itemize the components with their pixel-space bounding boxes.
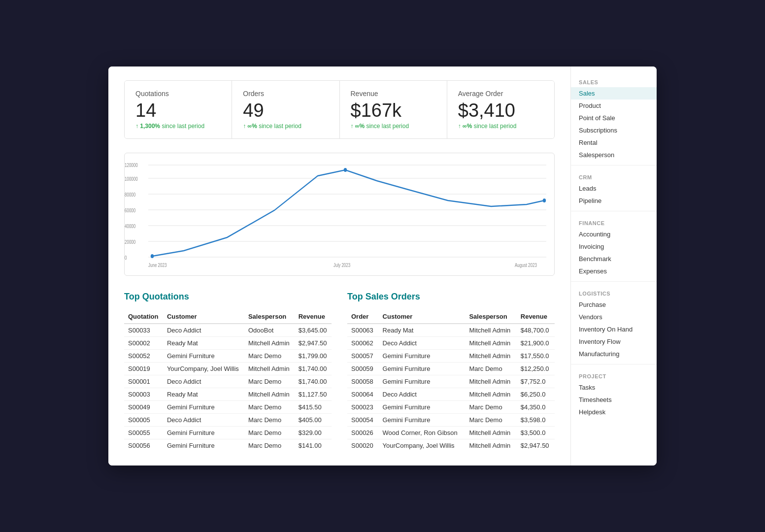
tq-cell-6-0[interactable]: S00049	[124, 401, 163, 414]
tso-cell-2-2: Mitchell Admin	[465, 350, 516, 363]
chart-dot-start	[151, 254, 154, 258]
sidebar-group-label-4: PROJECT	[571, 368, 657, 381]
top-sales-orders-header: OrderCustomerSalespersonRevenue	[347, 310, 555, 324]
tso-cell-7-1: Gemini Furniture	[379, 414, 466, 427]
top-sales-orders-title: Top Sales Orders	[347, 292, 555, 302]
tq-cell-1-1: Ready Mat	[163, 337, 244, 350]
sidebar-item-product[interactable]: Product	[571, 100, 657, 112]
table-row: S00052Gemini FurnitureMarc Demo$1,799.00	[124, 350, 332, 363]
tq-cell-0-3: $3,645.00	[295, 324, 332, 337]
top-quotations-header-row: QuotationCustomerSalespersonRevenue	[124, 310, 332, 324]
sidebar-divider-0	[571, 165, 657, 166]
tq-cell-8-0[interactable]: S00055	[124, 427, 163, 439]
tq-cell-7-3: $405.00	[295, 414, 332, 427]
tq-col-3: Revenue	[295, 310, 332, 324]
stat-value-3: $3,410	[458, 100, 543, 121]
tso-cell-4-0[interactable]: S00058	[347, 375, 379, 388]
tq-cell-5-1: Ready Mat	[163, 388, 244, 401]
tq-cell-1-0[interactable]: S00002	[124, 337, 163, 350]
x-label-august: August 2023	[515, 263, 537, 268]
sidebar-group-label-1: CRM	[571, 169, 657, 182]
table-row: S00058Gemini FurnitureMitchell Admin$7,7…	[347, 375, 555, 388]
tso-cell-0-2: Mitchell Admin	[465, 324, 516, 337]
sidebar-item-benchmark[interactable]: Benchmark	[571, 253, 657, 265]
y-label-20000: 20000	[125, 240, 135, 245]
sidebar-item-rental[interactable]: Rental	[571, 136, 657, 149]
sidebar-item-manufacturing[interactable]: Manufacturing	[571, 348, 657, 360]
sidebar-divider-1	[571, 211, 657, 211]
sidebar-item-point-of-sale[interactable]: Point of Sale	[571, 112, 657, 124]
stat-card-orders: Orders 49 ↑ ∞% since last period	[232, 81, 339, 139]
tq-cell-7-0[interactable]: S00005	[124, 414, 163, 427]
sidebar-item-inventory-on-hand[interactable]: Inventory On Hand	[571, 323, 657, 335]
tso-cell-4-2: Mitchell Admin	[465, 375, 516, 388]
tso-cell-2-0[interactable]: S00057	[347, 350, 379, 363]
tso-cell-2-1: Gemini Furniture	[379, 350, 466, 363]
stat-card-quotations: Quotations 14 ↑ 1,300% since last period	[125, 81, 232, 139]
sidebar-item-vendors[interactable]: Vendors	[571, 311, 657, 323]
chart-container: 0 20000 40000 60000 80000 100000 120000	[124, 153, 555, 276]
tso-cell-3-0[interactable]: S00059	[347, 363, 379, 375]
tso-cell-1-2: Mitchell Admin	[465, 337, 516, 350]
sidebar-item-tasks[interactable]: Tasks	[571, 381, 657, 394]
sales-line	[152, 170, 544, 256]
tq-cell-0-1: Deco Addict	[163, 324, 244, 337]
sidebar-item-timesheets[interactable]: Timesheets	[571, 394, 657, 406]
table-row: S00054Gemini FurnitureMarc Demo$3,598.0	[347, 414, 555, 427]
sidebar-item-leads[interactable]: Leads	[571, 182, 657, 195]
tq-cell-2-0[interactable]: S00052	[124, 350, 163, 363]
sidebar-item-salesperson[interactable]: Salesperson	[571, 149, 657, 161]
table-row: S00020YourCompany, Joel WillisMitchell A…	[347, 439, 555, 452]
table-row: S00003Ready MatMitchell Admin$1,127.50	[124, 388, 332, 401]
tso-cell-0-0[interactable]: S00063	[347, 324, 379, 337]
tq-cell-4-1: Deco Addict	[163, 375, 244, 388]
tq-cell-4-0[interactable]: S00001	[124, 375, 163, 388]
tables-row: Top Quotations QuotationCustomerSalesper…	[124, 292, 555, 452]
tso-cell-9-0[interactable]: S00020	[347, 439, 379, 452]
tq-cell-7-1: Deco Addict	[163, 414, 244, 427]
stat-label-3: Average Order	[458, 90, 543, 98]
sidebar-item-purchase[interactable]: Purchase	[571, 299, 657, 311]
stat-value-2: $167k	[351, 100, 436, 121]
table-row: S00023Gemini FurnitureMarc Demo$4,350.0	[347, 401, 555, 414]
tq-cell-9-0[interactable]: S00056	[124, 439, 163, 452]
tso-cell-0-1: Ready Mat	[379, 324, 466, 337]
tso-cell-1-0[interactable]: S00062	[347, 337, 379, 350]
tq-cell-3-0[interactable]: S00019	[124, 363, 163, 375]
top-sales-orders-section: Top Sales Orders OrderCustomerSalesperso…	[347, 292, 555, 452]
stat-card-revenue: Revenue $167k ↑ ∞% since last period	[340, 81, 447, 139]
stat-label-2: Revenue	[351, 90, 436, 98]
tso-cell-5-0[interactable]: S00064	[347, 388, 379, 401]
tq-col-2: Salesperson	[244, 310, 295, 324]
top-sales-orders-header-row: OrderCustomerSalespersonRevenue	[347, 310, 555, 324]
table-row: S00033Deco AddictOdooBot$3,645.00	[124, 324, 332, 337]
tq-cell-3-3: $1,740.00	[295, 363, 332, 375]
sidebar-item-accounting[interactable]: Accounting	[571, 228, 657, 240]
sidebar-divider-3	[571, 364, 657, 365]
sidebar-item-subscriptions[interactable]: Subscriptions	[571, 124, 657, 136]
tso-col-3: Revenue	[517, 310, 555, 324]
tso-cell-0-3: $48,700.0	[517, 324, 555, 337]
tq-cell-5-0[interactable]: S00003	[124, 388, 163, 401]
stat-label-1: Orders	[243, 90, 328, 98]
tq-cell-6-3: $415.50	[295, 401, 332, 414]
sidebar-divider-2	[571, 281, 657, 282]
tq-cell-9-1: Gemini Furniture	[163, 439, 244, 452]
tso-cell-6-0[interactable]: S00023	[347, 401, 379, 414]
tq-cell-6-1: Gemini Furniture	[163, 401, 244, 414]
sidebar-item-pipeline[interactable]: Pipeline	[571, 195, 657, 207]
table-row: S00063Ready MatMitchell Admin$48,700.0	[347, 324, 555, 337]
sidebar-item-expenses[interactable]: Expenses	[571, 265, 657, 277]
tso-cell-8-0[interactable]: S00026	[347, 427, 379, 439]
sidebar-item-helpdesk[interactable]: Helpdesk	[571, 406, 657, 418]
sidebar-group-label-3: LOGISTICS	[571, 286, 657, 299]
tso-cell-7-0[interactable]: S00054	[347, 414, 379, 427]
sidebar-item-sales[interactable]: Sales	[571, 87, 657, 100]
y-label-100000: 100000	[125, 177, 138, 182]
sidebar-item-invoicing[interactable]: Invoicing	[571, 240, 657, 253]
tq-cell-0-0[interactable]: S00033	[124, 324, 163, 337]
tso-cell-9-1: YourCompany, Joel Willis	[379, 439, 466, 452]
sidebar-item-inventory-flow[interactable]: Inventory Flow	[571, 335, 657, 348]
monthly-sales-chart: 0 20000 40000 60000 80000 100000 120000	[125, 161, 550, 269]
table-row: S00049Gemini FurnitureMarc Demo$415.50	[124, 401, 332, 414]
